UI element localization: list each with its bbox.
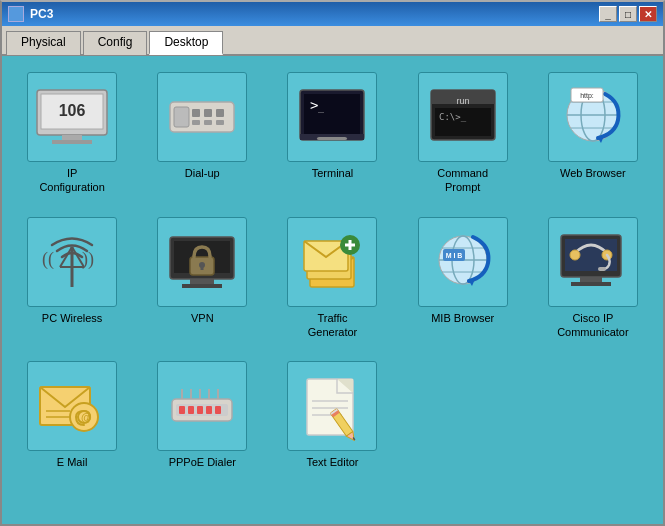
icon-text-editor-image [287, 361, 377, 451]
svg-rect-11 [204, 120, 212, 125]
main-window: PC3 _ □ ✕ Physical Config Desktop 106 [0, 0, 665, 526]
icon-terminal-label: Terminal [312, 166, 354, 180]
svg-point-64 [570, 250, 580, 260]
svg-rect-62 [580, 277, 602, 282]
svg-text:_: _ [318, 101, 325, 113]
icon-web-browser-label: Web Browser [560, 166, 626, 180]
icon-text-editor-label: Text Editor [307, 455, 359, 469]
svg-text:M I B: M I B [445, 252, 462, 259]
icon-pppoe-dialer[interactable]: PPPoE Dialer [142, 355, 262, 475]
svg-rect-79 [215, 406, 221, 414]
icon-web-browser[interactable]: http: Web Browser [533, 66, 653, 201]
icon-vpn-image [157, 217, 247, 307]
close-button[interactable]: ✕ [639, 6, 657, 22]
icon-cisco-ip-communicator-label: Cisco IPCommunicator [557, 311, 629, 340]
icon-dial-up[interactable]: Dial-up [142, 66, 262, 201]
icon-pc-wireless-image: (( )) [27, 217, 117, 307]
maximize-button[interactable]: □ [619, 6, 637, 22]
title-bar: PC3 _ □ ✕ [2, 2, 663, 26]
svg-text:106: 106 [59, 102, 86, 119]
icon-pppoe-dialer-image [157, 361, 247, 451]
icon-terminal-image: > _ [287, 72, 377, 162]
icon-mib-browser[interactable]: M I B MIB Browser [403, 211, 523, 346]
icon-traffic-generator-label: TrafficGenerator [308, 311, 358, 340]
icon-cisco-ip-communicator-image [548, 217, 638, 307]
tab-bar: Physical Config Desktop [2, 26, 663, 56]
tab-desktop[interactable]: Desktop [149, 31, 223, 55]
svg-text:((: (( [42, 249, 54, 270]
window-icon [8, 6, 24, 22]
svg-rect-41 [190, 279, 214, 284]
svg-rect-12 [216, 120, 224, 125]
svg-rect-42 [182, 284, 222, 288]
svg-text:)): )) [82, 249, 94, 270]
icon-ip-config-label: IPConfiguration [39, 166, 104, 195]
icon-traffic-generator[interactable]: TrafficGenerator [272, 211, 392, 346]
icon-text-editor[interactable]: Text Editor [272, 355, 392, 475]
icon-email-image: @ [27, 361, 117, 451]
icon-dial-up-image [157, 72, 247, 162]
icon-mib-browser-image: M I B [418, 217, 508, 307]
icon-dial-up-label: Dial-up [185, 166, 220, 180]
svg-rect-8 [204, 109, 212, 117]
svg-rect-75 [179, 406, 185, 414]
title-buttons: _ □ ✕ [599, 6, 657, 22]
svg-rect-9 [216, 109, 224, 117]
icon-email-label: E Mail [57, 455, 88, 469]
icon-mib-browser-label: MIB Browser [431, 311, 494, 325]
window-title: PC3 [30, 7, 53, 21]
icon-command-prompt-image: run C:\>_ [418, 72, 508, 162]
icon-web-browser-image: http: [548, 72, 638, 162]
svg-rect-78 [206, 406, 212, 414]
desktop-content: 106 IPConfiguration [2, 56, 663, 524]
icon-traffic-generator-image [287, 217, 377, 307]
icon-ip-config[interactable]: 106 IPConfiguration [12, 66, 132, 201]
svg-text:http:: http: [580, 92, 594, 100]
icon-vpn-label: VPN [191, 311, 214, 325]
svg-rect-4 [52, 140, 92, 144]
svg-rect-63 [571, 282, 611, 286]
svg-text:C:\>_: C:\>_ [439, 112, 467, 122]
svg-rect-66 [598, 267, 606, 271]
minimize-button[interactable]: _ [599, 6, 617, 22]
icon-command-prompt[interactable]: run C:\>_ CommandPrompt [403, 66, 523, 201]
svg-rect-77 [197, 406, 203, 414]
icon-command-prompt-label: CommandPrompt [437, 166, 488, 195]
svg-rect-76 [188, 406, 194, 414]
svg-text:@: @ [81, 411, 92, 423]
icon-ip-config-image: 106 [27, 72, 117, 162]
icon-vpn[interactable]: VPN [142, 211, 262, 346]
icon-cisco-ip-communicator[interactable]: Cisco IPCommunicator [533, 211, 653, 346]
icon-pc-wireless-label: PC Wireless [42, 311, 103, 325]
svg-rect-18 [317, 137, 347, 140]
svg-rect-10 [192, 120, 200, 125]
icon-terminal[interactable]: > _ Terminal [272, 66, 392, 201]
svg-rect-51 [349, 240, 352, 250]
svg-rect-7 [192, 109, 200, 117]
icons-grid: 106 IPConfiguration [12, 66, 653, 475]
icon-pppoe-dialer-label: PPPoE Dialer [169, 455, 236, 469]
svg-rect-6 [174, 107, 189, 127]
icon-pc-wireless[interactable]: (( )) PC Wireless [12, 211, 132, 346]
tab-config[interactable]: Config [83, 31, 148, 55]
icon-email[interactable]: @ E Mail [12, 355, 132, 475]
tab-physical[interactable]: Physical [6, 31, 81, 55]
svg-rect-45 [201, 265, 204, 270]
svg-text:run: run [456, 96, 469, 106]
